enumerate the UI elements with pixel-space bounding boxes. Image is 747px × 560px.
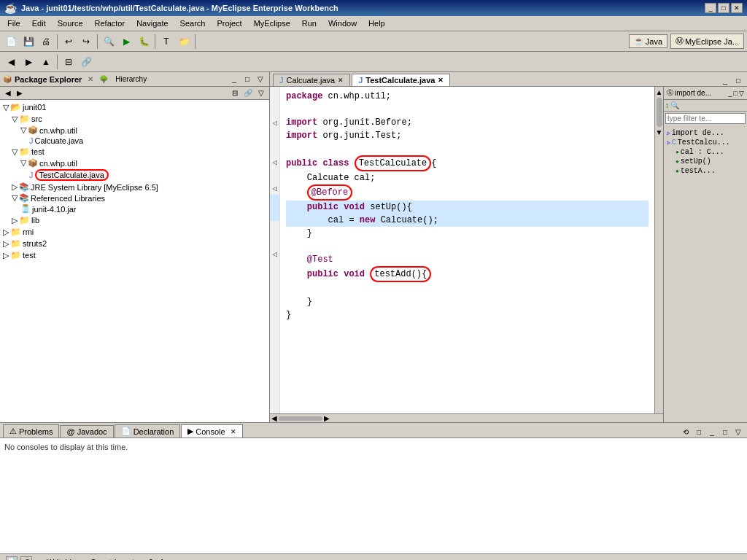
- status-icon2[interactable]: 🖨: [20, 556, 32, 561]
- menu-myeclipse[interactable]: MyEclipse: [249, 18, 295, 29]
- tree-item-test-folder[interactable]: ▽ 📁 test: [1, 146, 268, 158]
- tree-item-src[interactable]: ▽ 📁 src: [1, 113, 268, 125]
- outline-method-setup[interactable]: ● setUp(): [665, 157, 746, 166]
- tab-calcuate[interactable]: J Calcuate.java ✕: [273, 74, 350, 86]
- outline-method-testadd[interactable]: ● testA...: [665, 166, 746, 176]
- console-panel-minimize[interactable]: _: [706, 426, 718, 438]
- menu-run[interactable]: Run: [298, 18, 321, 29]
- up-button[interactable]: ▲: [38, 54, 54, 70]
- tree-item-pkg1[interactable]: ▽ 📦 cn.whp.util: [1, 125, 268, 136]
- editor-maximize[interactable]: □: [732, 74, 744, 86]
- menu-source[interactable]: Source: [53, 18, 88, 29]
- tab-calcuate-close[interactable]: ✕: [338, 77, 344, 84]
- menu-navigate[interactable]: Navigate: [132, 18, 172, 29]
- nav-collapse[interactable]: ⊟: [230, 88, 240, 98]
- myeclipse-perspective[interactable]: Ⓜ MyEclipse Ja...: [670, 34, 744, 49]
- debug-button[interactable]: 🐛: [136, 34, 152, 50]
- menu-refactor[interactable]: Refactor: [90, 18, 130, 29]
- editor-wrapper: ◁ ◁ ◁ ◁: [270, 87, 663, 413]
- tab-declaration[interactable]: 📄 Declaration: [115, 424, 181, 438]
- console-panel-btn2[interactable]: □: [693, 426, 705, 438]
- minimize-button[interactable]: _: [705, 3, 716, 13]
- tree-item-junit-jar[interactable]: 🫙 junit-4.10.jar: [1, 203, 268, 214]
- lib-icon: 📁: [19, 215, 30, 225]
- menu-project[interactable]: Project: [212, 18, 246, 29]
- tree-item-lib[interactable]: ▷ 📁 lib: [1, 214, 268, 226]
- scroll-left[interactable]: ◀: [271, 414, 277, 422]
- tree-item-calcuate[interactable]: J Calcuate.java: [1, 136, 268, 146]
- tab-console-close[interactable]: ✕: [231, 428, 236, 435]
- nav-forward[interactable]: ▶: [15, 88, 25, 98]
- console-panel-menu[interactable]: ▽: [732, 426, 744, 438]
- status-bar: 📄 🖨 Writable Smart Insert 9 : 1: [0, 553, 747, 560]
- tab-testcalcuate[interactable]: J TestCalculate.java ✕: [352, 74, 450, 86]
- editor-hscrollbar[interactable]: ◀ ▶: [270, 413, 663, 422]
- link-button[interactable]: 🔗: [78, 54, 94, 70]
- outline-minimize[interactable]: _: [729, 90, 732, 97]
- save-button[interactable]: 💾: [20, 34, 36, 50]
- new-button[interactable]: 📄: [3, 34, 19, 50]
- tree-item-test-root[interactable]: ▷ 📁 test: [1, 249, 268, 261]
- panel-toolbar: _ □ ▽: [228, 74, 266, 85]
- status-icon1[interactable]: 📄: [6, 556, 18, 561]
- maximize-button[interactable]: □: [718, 3, 729, 13]
- run-button[interactable]: ▶: [118, 34, 134, 50]
- open-type-button[interactable]: T: [158, 34, 174, 50]
- collapse-button[interactable]: ⊟: [61, 54, 77, 70]
- testadd-dot-icon: ●: [676, 168, 679, 174]
- print-button[interactable]: 🖨: [38, 34, 54, 50]
- menu-window[interactable]: Window: [324, 18, 361, 29]
- tree-item-testcalcuate[interactable]: J TestCalculate.java: [1, 168, 268, 182]
- type-filter-input[interactable]: [665, 113, 746, 124]
- scroll-up[interactable]: ▲: [656, 88, 663, 96]
- tree-item-rmi[interactable]: ▷ 📁 rmi: [1, 226, 268, 238]
- outline-menu[interactable]: ▽: [739, 90, 744, 97]
- javadoc-icon: @: [66, 427, 74, 436]
- tree-item-struts2[interactable]: ▷ 📁 struts2: [1, 238, 268, 249]
- redo-button[interactable]: ↪: [78, 34, 94, 50]
- code-line-6: public class TestCalculate{: [286, 155, 649, 171]
- editor-vscrollbar[interactable]: ▲ ▼: [654, 87, 663, 413]
- menu-help[interactable]: Help: [364, 18, 390, 29]
- tab-testcalcuate-close[interactable]: ✕: [438, 77, 444, 84]
- open-resource-button[interactable]: 📁: [176, 34, 192, 50]
- outline-maximize[interactable]: □: [734, 90, 738, 97]
- nav-link[interactable]: 🔗: [241, 88, 255, 98]
- nav-menu[interactable]: ▽: [256, 88, 266, 98]
- nav-back[interactable]: ◀: [3, 88, 13, 98]
- tree-item-jre[interactable]: ▷ 📚 JRE System Library [MyEclipse 6.5]: [1, 182, 268, 192]
- scroll-down[interactable]: ▼: [656, 128, 663, 136]
- menu-file[interactable]: File: [3, 18, 25, 29]
- menu-edit[interactable]: Edit: [28, 18, 50, 29]
- console-panel-maximize[interactable]: □: [719, 426, 731, 438]
- outline-sort[interactable]: ↕: [665, 101, 669, 109]
- hscroll-thumb[interactable]: [279, 416, 322, 421]
- code-editor[interactable]: package cn.whp.util; import org.junit.Be…: [280, 87, 654, 413]
- tree-item-pkg2[interactable]: ▽ 📦 cn.whp.util: [1, 158, 268, 168]
- tree-item-junit01[interactable]: ▽ 📂 junit01: [1, 101, 268, 113]
- outline-field-cal[interactable]: ● cal : C...: [665, 147, 746, 157]
- console-panel-btn1[interactable]: ⟲: [680, 426, 692, 438]
- tab-problems[interactable]: ⚠ Problems: [3, 424, 59, 438]
- search-button[interactable]: 🔍: [101, 34, 117, 50]
- outline-import[interactable]: ▷ import de...: [665, 128, 746, 138]
- panel-nav: ◀ ▶ ⊟ 🔗 ▽: [0, 87, 269, 100]
- java-perspective[interactable]: ☕ Java: [629, 34, 667, 48]
- scroll-right[interactable]: ▶: [324, 414, 330, 422]
- editor-minimize[interactable]: _: [719, 74, 731, 86]
- scroll-thumb[interactable]: [657, 98, 662, 127]
- outline-filter[interactable]: 🔍: [670, 101, 679, 109]
- outline-class[interactable]: ▷ C TestCalcu...: [665, 138, 746, 147]
- tree-item-reflibrary[interactable]: ▽ 📚 Referenced Libraries: [1, 192, 268, 203]
- close-button[interactable]: ✕: [731, 3, 743, 13]
- tab-javadoc[interactable]: @ Javadoc: [60, 425, 113, 438]
- tab-console[interactable]: ▶ Console ✕: [181, 424, 242, 438]
- panel-menu[interactable]: ▽: [255, 74, 266, 85]
- panel-minimize[interactable]: _: [228, 74, 240, 85]
- undo-button[interactable]: ↩: [61, 34, 77, 50]
- panel-maximize[interactable]: □: [241, 74, 253, 85]
- forward-button[interactable]: ▶: [20, 54, 36, 70]
- code-line-13: @Test: [286, 253, 649, 266]
- menu-search[interactable]: Search: [176, 18, 210, 29]
- back-button[interactable]: ◀: [3, 54, 19, 70]
